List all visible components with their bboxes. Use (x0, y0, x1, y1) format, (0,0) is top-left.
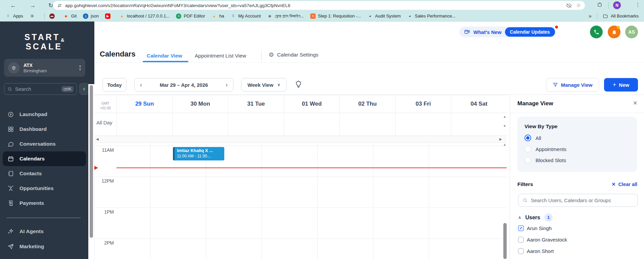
today-button[interactable]: Today (102, 78, 127, 91)
date-range-picker[interactable]: ‹ Mar 29 – Apr 4, 2026 › (134, 78, 233, 91)
bookmark-item[interactable] (44, 13, 45, 19)
radio-icon[interactable] (524, 146, 531, 152)
bookmark-item[interactable]: ◆ Git (63, 13, 77, 19)
bookmark-item[interactable]: ▲ localhost / 127.0.0.1... (119, 13, 170, 19)
clear-all-button[interactable]: ✕ Clear all (611, 182, 637, 187)
day-header-cell[interactable]: 31 Tue (228, 95, 284, 113)
new-button[interactable]: + New (604, 78, 638, 91)
sidebar-nav-item[interactable]: Launchpad (3, 107, 86, 122)
bookmark-item[interactable]: {} json (83, 13, 99, 19)
radio-icon[interactable] (524, 157, 531, 163)
checkbox-icon[interactable]: ✓ (518, 237, 524, 243)
hour-row[interactable]: 1PM (94, 208, 507, 238)
user-checkbox-row[interactable]: ✓ Aaron Short (518, 247, 637, 255)
all-day-cell[interactable] (339, 113, 395, 136)
bookmark-item[interactable]: ▬ (49, 13, 57, 19)
browser-forward-icon[interactable]: → (28, 1, 37, 10)
day-header-cell[interactable]: 03 Fri (395, 95, 451, 113)
users-section-header[interactable]: ∧ Users 1 (518, 213, 553, 222)
all-day-cell[interactable] (284, 113, 339, 136)
tab-appointment-list-view[interactable]: Appointment List View (195, 53, 246, 59)
allday-scroll-down-icon[interactable]: ▼ (503, 124, 506, 128)
site-info-icon[interactable] (57, 3, 62, 8)
bookmark-item[interactable]: ⊞ (30, 13, 37, 19)
phone-button[interactable] (590, 26, 603, 38)
bookmarks-overflow-icon[interactable]: » (589, 13, 592, 19)
user-checkbox-row[interactable]: ✓ Arun Singh (518, 224, 637, 232)
user-checkbox-row[interactable]: ✓ Aaron Gravestock (518, 235, 637, 244)
manage-view-button[interactable]: Manage View (546, 78, 599, 91)
url-text[interactable]: app.gohighlevel.com/v2/location/nRaVqHcG… (65, 3, 563, 8)
hour-row[interactable]: 11AM (94, 146, 507, 177)
next-week-icon[interactable]: › (226, 81, 228, 88)
calendar-event[interactable]: Imtiaz Khaliq X ... 11:00 AM - 11:30... (173, 147, 224, 160)
day-header-cell[interactable]: 04 Sat (451, 95, 507, 113)
checkbox-icon[interactable]: ✓ (518, 248, 524, 254)
bookmark-item[interactable]: ◉ ফ্লোর প্ল্যান ডিজাইন... (267, 13, 304, 19)
calendar-settings-button[interactable]: ⚙ Calendar Settings (269, 52, 318, 58)
radio-icon[interactable] (524, 135, 531, 141)
tips-bulb-icon[interactable] (294, 80, 303, 89)
extensions-icon[interactable] (597, 2, 602, 7)
sidebar-nav-item[interactable]: Conversations (3, 137, 86, 151)
bookmark-item[interactable]: × Step 1: Requisition -... (310, 13, 361, 19)
day-header-cell[interactable]: 30 Mon (172, 95, 228, 113)
bookmark-item[interactable]: ◕ Sales Performance... (407, 13, 456, 19)
grid-scroll-up-icon[interactable]: ▲ (503, 143, 506, 146)
horizontal-scrollbar[interactable]: ◀ ▶ (94, 136, 507, 143)
bookmark-item[interactable]: S PDF Editor (176, 13, 205, 19)
close-icon[interactable]: ✕ (633, 100, 637, 106)
sidebar-nav-item[interactable]: AI Agents (3, 224, 86, 239)
bookmark-item[interactable]: ⠿ Apps (5, 13, 23, 19)
bookmark-item[interactable]: ⠿ My Account (230, 13, 261, 19)
radio-label: Blocked Slots (536, 157, 566, 163)
day-header-cell[interactable]: 29 Sun (117, 95, 172, 113)
sidebar-nav-item[interactable]: Marketing (3, 239, 86, 254)
browser-profile-avatar[interactable]: N (613, 1, 621, 9)
bookmark-item[interactable]: ◕ Audit System (367, 13, 401, 19)
all-day-cell[interactable] (172, 113, 228, 136)
sidebar-nav-item[interactable]: Calendars (3, 151, 86, 166)
hour-row[interactable]: 2PM (94, 238, 507, 259)
radio-option[interactable]: All (524, 135, 630, 141)
filter-search-input[interactable]: Search Users, Calendars or Groups (518, 194, 638, 207)
day-header-cell[interactable]: 02 Thu (339, 95, 395, 113)
allday-scroll-up-icon[interactable]: ▲ (503, 115, 506, 118)
sidebar-nav-item[interactable]: Contacts (3, 166, 86, 181)
all-bookmarks-button[interactable]: All Bookmarks (603, 13, 639, 19)
whats-new-button[interactable]: What's New Calendar Updates (459, 27, 556, 37)
all-day-label: All Day (94, 113, 117, 136)
browser-back-icon[interactable]: ← (9, 1, 17, 10)
quick-actions-button[interactable] (79, 83, 89, 95)
all-day-cell[interactable] (395, 113, 451, 136)
sidebar-nav-item[interactable]: Opportunities (3, 181, 86, 196)
sidebar-nav-item[interactable]: Dashboard (3, 122, 86, 137)
sidebar-search-input[interactable]: Search ctrlK (4, 83, 77, 95)
all-day-cell[interactable] (117, 113, 172, 136)
radio-option[interactable]: Blocked Slots (524, 157, 630, 163)
location-switcher[interactable]: ATX Birmingham ∧∨ (4, 59, 85, 77)
password-hidden-icon[interactable] (566, 3, 572, 8)
tab-calendar-view[interactable]: Calendar View (147, 53, 182, 59)
sidebar-nav-item[interactable]: Payments (3, 196, 86, 211)
prev-week-icon[interactable]: ‹ (140, 81, 142, 88)
sidebar-scrollbar-thumb[interactable] (90, 85, 93, 238)
scroll-left-icon[interactable]: ◀ (96, 137, 99, 141)
bookmark-star-icon[interactable]: ☆ (577, 2, 581, 8)
bookmark-item[interactable]: ▲ ha (212, 13, 224, 19)
event-title: Imtiaz Khaliq X ... (177, 148, 222, 153)
scroll-right-icon[interactable]: ▶ (499, 137, 502, 141)
calendar-updates-badge[interactable]: Calendar Updates (505, 27, 555, 37)
hour-row[interactable]: 12PM (94, 177, 507, 208)
all-day-cell[interactable] (451, 113, 507, 136)
address-bar[interactable]: app.gohighlevel.com/v2/location/nRaVqHcG… (53, 1, 585, 10)
day-header-cell[interactable]: 01 Wed (284, 95, 339, 113)
all-day-cell[interactable] (228, 113, 284, 136)
checkbox-icon[interactable]: ✓ (518, 225, 524, 231)
grid-scrollbar-thumb[interactable] (503, 223, 507, 259)
bookmark-item[interactable]: ▶ (105, 13, 113, 19)
browser-menu-icon[interactable]: ⋮ (635, 2, 640, 8)
radio-option[interactable]: Appointments (524, 146, 630, 152)
user-avatar[interactable]: AS (625, 26, 638, 38)
view-mode-dropdown[interactable]: Week View ∨ (241, 78, 287, 91)
